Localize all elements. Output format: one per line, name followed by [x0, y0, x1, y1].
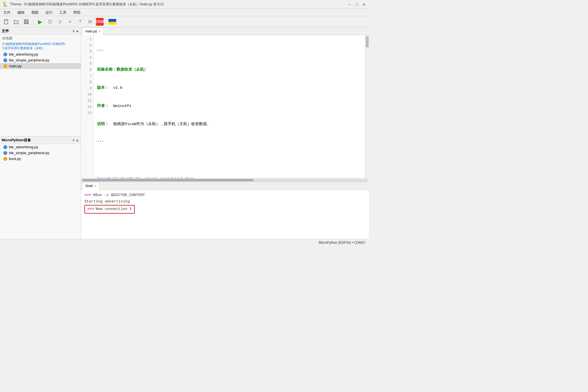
shell-line-3: >>> New connection 1	[84, 205, 366, 214]
device-file-item[interactable]: ble_simple_peripheral.py	[0, 150, 81, 156]
shell-output-1: Starting advertising	[84, 199, 130, 205]
h-scrollbar-thumb[interactable]	[82, 179, 253, 181]
close-button[interactable]: ✕	[362, 2, 367, 7]
tab-main-py[interactable]: main.py ×	[82, 27, 104, 35]
file-list: ble_advertising.py ble_simple_peripheral…	[0, 51, 81, 136]
py-file-icon	[3, 64, 7, 68]
micropython-menu-icon[interactable]: ≡	[72, 138, 75, 142]
shell-output-2: New connection 1	[96, 206, 132, 212]
line-num: 6	[83, 67, 92, 73]
code-line-3: 版本： v1.0	[97, 85, 362, 91]
py-file-icon	[3, 145, 7, 149]
file-section: 文件 ≡ ▲ 此电脑 D:\核桃派例程代码\核桃派PicoW\02-示例程序\3…	[0, 27, 81, 137]
code-line-5: 说明： 核桃派PicoW作为（从机），跟手机（主机）收发数据。	[97, 121, 362, 127]
new-file-button[interactable]	[2, 17, 11, 26]
line-num: 3	[83, 49, 92, 55]
file-item-name: ble_simple_peripheral.py	[9, 58, 49, 62]
save-file-button[interactable]	[22, 17, 31, 26]
shell-highlight-box: >>> New connection 1	[84, 205, 135, 214]
py-file-icon	[3, 157, 7, 161]
line-num: 4	[83, 55, 92, 61]
micropython-section-title: MicroPython设备	[2, 138, 31, 143]
line-num: 2	[83, 42, 92, 49]
shell-line-2: Starting advertising	[84, 199, 366, 205]
shell-tab-close[interactable]: ×	[94, 184, 96, 188]
computer-label: 此电脑	[0, 35, 81, 42]
file-path-text: D:\核桃派例程代码\核桃派PicoW\02-示例程序\3.蓝牙应用\2.数据收…	[2, 42, 65, 50]
code-line-1: '''	[97, 48, 362, 54]
line-num: 1	[83, 36, 92, 42]
line-num: 8	[83, 79, 92, 85]
file-item-name: ble_advertising.py	[9, 52, 38, 56]
line-num: 9	[83, 85, 92, 92]
right-panel: main.py × 1 2 3 4 5 6 7 8	[81, 27, 369, 246]
line-num: 7	[83, 73, 92, 79]
editor-scrollbar[interactable]	[365, 35, 369, 178]
window-controls[interactable]: ─ □ ✕	[347, 2, 367, 7]
code-content[interactable]: ''' 实验名称：数据收发（从机） 版本： v1.0 作者： WalnutPi …	[94, 35, 365, 178]
menu-edit[interactable]: 编辑	[16, 9, 26, 16]
file-item-name: main.py	[9, 64, 22, 68]
step-out-button[interactable]	[76, 17, 85, 26]
main-area: 文件 ≡ ▲ 此电脑 D:\核桃派例程代码\核桃派PicoW\02-示例程序\3…	[0, 27, 369, 246]
file-section-header: 文件 ≡ ▲	[0, 27, 81, 35]
micropython-header-controls: ≡ ▲	[72, 138, 79, 142]
file-menu-icon[interactable]: ≡	[72, 29, 75, 33]
title-left: 🐍 Thonny - D:\核桃派例程代码\核桃派PicoW\02-示例程序\3…	[2, 2, 164, 7]
device-file-name: boot.py	[9, 157, 21, 161]
shell-tab-label: Shell	[85, 184, 93, 188]
maximize-button[interactable]: □	[354, 2, 359, 7]
editor-scroll-thumb[interactable]	[366, 36, 369, 47]
open-file-button[interactable]	[12, 17, 21, 26]
line-num: 5	[83, 61, 92, 67]
line-num: 11	[83, 98, 92, 104]
run-button[interactable]: ▶	[35, 17, 44, 26]
code-line-4: 作者： WalnutPi	[97, 103, 362, 109]
line-numbers: 1 2 3 4 5 6 7 8 9 10 11 12 13	[81, 35, 94, 178]
device-file-list: ble_advertising.py ble_simple_peripheral…	[0, 144, 81, 246]
tab-close-button[interactable]: ×	[99, 29, 101, 33]
py-file-icon	[3, 52, 7, 56]
menu-file[interactable]: 文件	[2, 9, 12, 16]
h-scrollbar-track[interactable]	[82, 179, 368, 181]
device-file-name: ble_simple_peripheral.py	[9, 151, 49, 155]
h-scrollbar[interactable]	[81, 178, 369, 181]
py-file-icon	[3, 151, 7, 155]
menu-view[interactable]: 视图	[30, 9, 40, 16]
micropython-scroll-up[interactable]: ▲	[76, 138, 79, 142]
micropython-section-header: MicroPython设备 ≡ ▲	[0, 137, 81, 144]
file-item-active[interactable]: main.py	[0, 63, 81, 69]
toolbar: ▶ STOP	[0, 16, 369, 27]
file-scroll-up[interactable]: ▲	[76, 29, 79, 33]
shell-prompt-2: >>>	[87, 206, 94, 212]
menu-run[interactable]: 运行	[44, 9, 54, 16]
menu-help[interactable]: 帮助	[72, 9, 82, 16]
device-file-item[interactable]: boot.py	[0, 156, 81, 162]
file-item[interactable]: ble_advertising.py	[0, 51, 81, 57]
tab-label: main.py	[85, 29, 97, 33]
step-into-button[interactable]	[66, 17, 75, 26]
line-num: 12	[83, 104, 92, 110]
stop-button[interactable]: STOP	[96, 18, 104, 26]
device-file-name: ble_advertising.py	[9, 145, 38, 149]
shell-content[interactable]: >>> %Run -c $EDITOR_CONTENT Starting adv…	[81, 190, 369, 246]
step-over-button[interactable]	[56, 17, 65, 26]
svg-rect-4	[25, 22, 28, 23]
toolbar-separator-2	[106, 18, 106, 25]
shell-tab[interactable]: Shell ×	[82, 182, 99, 190]
shell-panel: Shell × >>> %Run -c $EDITOR_CONTENT Star…	[81, 181, 369, 246]
menu-tools[interactable]: 工具	[58, 9, 68, 16]
code-line-8: import bluetooth,ble_simple_peripheral,t…	[97, 176, 362, 178]
shell-prompt-1: >>>	[84, 192, 91, 199]
resume-button[interactable]	[86, 17, 95, 26]
code-line-7	[97, 157, 362, 164]
code-editor[interactable]: 1 2 3 4 5 6 7 8 9 10 11 12 13	[81, 35, 365, 178]
shell-tab-bar: Shell ×	[81, 182, 369, 190]
editor-tab-bar: main.py ×	[81, 27, 369, 35]
line-num: 13	[83, 110, 92, 116]
debug-button[interactable]	[46, 17, 54, 26]
minimize-button[interactable]: ─	[347, 2, 352, 7]
device-file-item[interactable]: ble_advertising.py	[0, 144, 81, 150]
file-item[interactable]: ble_simple_peripheral.py	[0, 57, 81, 63]
app-icon: 🐍	[2, 2, 8, 7]
